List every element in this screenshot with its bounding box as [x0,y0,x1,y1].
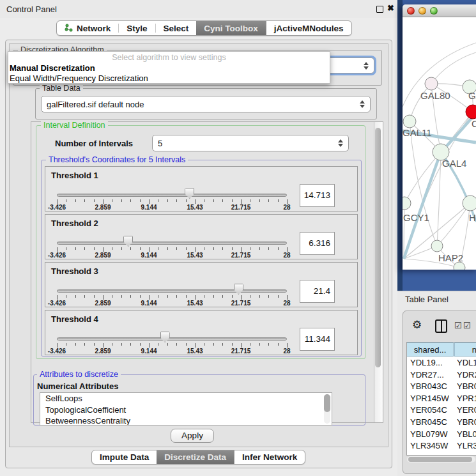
cell-name[interactable]: YBL0 [457,429,476,441]
thresholds-group-label: Threshold's Coordinates for 5 Intervals [46,155,188,164]
list-item[interactable]: SelfLoops [40,393,332,404]
threshold-panel-2: Threshold 2-3.4262.8599.14415.4321.71528… [45,214,358,259]
slider-tick [112,199,112,202]
cell-shared-name[interactable]: YPR145W [410,393,449,405]
column-header-shared-name[interactable]: shared... [406,342,454,357]
table-row[interactable]: YBR043CYBR0 [407,381,476,393]
table-row[interactable]: YDR27...YDR2 [407,369,476,381]
tab-infer-network[interactable]: Infer Network [234,450,305,464]
tab-select[interactable]: Select [156,21,197,35]
horizontal-scrollbar-track[interactable] [407,456,475,463]
checkbox-icon[interactable]: ☑ [463,321,471,330]
slider-track[interactable] [57,194,287,197]
slider-tick [213,199,214,202]
slider-handle[interactable] [160,332,170,342]
cell-shared-name[interactable]: YLR345W [410,440,448,452]
slider-tick [140,343,141,346]
tab-cyni-toolbox[interactable]: Cyni Toolbox [196,21,266,35]
cell-name[interactable]: YLR3 [457,440,476,452]
slider-handle[interactable] [123,236,133,247]
tab-discretize-data[interactable]: Discretize Data [157,450,234,464]
gear-icon[interactable]: ⚙ [412,318,422,332]
network-node-hap2[interactable] [431,240,443,252]
table-row[interactable]: YIL052CYIL0 [407,452,476,456]
combo-stepper-icon [357,100,367,108]
attributes-group-label: Attributes to discretize [37,370,121,379]
number-of-intervals-combobox[interactable]: 5 [152,135,349,151]
threshold-value-field[interactable]: 11.344 [300,328,335,351]
network-node-gal80[interactable] [425,77,438,90]
control-panel-title: Control Panel [6,4,57,14]
tab-impute-data[interactable]: Impute Data [92,450,157,464]
table-row[interactable]: YBR045CYBR0 [407,417,476,429]
number-of-intervals-label: Number of Intervals [55,139,133,148]
numerical-attributes-list[interactable]: SelfLoops TopologicalCoefficient Between… [40,392,332,426]
zoom-traffic-light-icon[interactable] [430,7,438,15]
network-node-c[interactable] [466,105,476,119]
network-canvas[interactable]: GAL80GACGAL11GAL4GCY1HHAP2 [403,17,476,270]
table-data-combobox[interactable]: galFiltered.sif default node [41,96,371,112]
slider-tick [186,199,187,202]
node-label: GAL11 [403,127,432,138]
cell-name[interactable]: YER0 [457,404,476,417]
slider-tick [213,343,214,346]
slider-tick [222,199,223,202]
slider-track[interactable] [57,289,287,293]
threshold-value-field[interactable]: 14.713 [300,184,335,207]
cell-shared-name[interactable]: YDR27... [410,369,444,381]
network-window-titlebar[interactable] [403,4,476,17]
slider-handle[interactable] [234,284,243,295]
cell-name[interactable]: YIL0 [457,452,474,456]
network-view-window[interactable]: GAL80GACGAL11GAL4GCY1HHAP2 [403,4,476,270]
popup-option-equal-width-frequency[interactable]: Equal Width/Frequency Discretization [8,73,330,84]
tab-network[interactable]: Network [57,21,118,35]
cell-name[interactable]: YPR1 [457,393,476,405]
checkbox-icon[interactable]: ☑ [454,321,462,330]
tab-style[interactable]: Style [119,21,155,35]
slider-tick-label: 9.144 [141,348,157,355]
slider-tick [250,247,250,250]
cell-name[interactable]: YBR0 [457,417,476,429]
tab-jactivemnodules[interactable]: jActiveMNodules [266,21,351,35]
close-traffic-light-icon[interactable] [407,7,415,15]
close-icon[interactable]: ✖ [387,3,394,13]
horizontal-scrollbar-thumb[interactable] [408,457,472,462]
node-table[interactable]: shared... na YDL19...YDL1YDR27...YDR2YBR… [406,342,476,456]
cell-shared-name[interactable]: YBR045C [410,417,447,429]
cell-name[interactable]: YDL1 [457,357,476,369]
cell-shared-name[interactable]: YIL052C [410,452,443,456]
float-window-icon[interactable] [376,6,383,13]
network-node-gal11[interactable] [403,115,416,128]
slider-track[interactable] [57,242,287,245]
cell-shared-name[interactable]: YBL079W [410,429,448,441]
apply-button[interactable]: Apply [171,429,214,443]
popup-option-manual-discretization[interactable]: Manual Discretization [8,63,330,73]
slider-handle[interactable] [185,188,194,199]
table-row[interactable]: YPR145WYPR1 [407,393,476,405]
vertical-scrollbar-thumb[interactable] [375,128,381,367]
slider-tick [241,199,242,204]
minimize-traffic-light-icon[interactable] [418,7,426,15]
split-view-icon[interactable] [435,319,447,333]
threshold-label: Threshold 3 [51,266,98,276]
table-row[interactable]: YLR345WYLR3 [407,440,476,452]
column-header-name[interactable]: na [454,342,476,357]
list-item[interactable]: BetweennessCentrality [40,415,332,426]
slider-track[interactable] [57,337,287,341]
table-row[interactable]: YBL079WYBL0 [407,429,476,441]
cell-shared-name[interactable]: YBR043C [410,381,447,393]
cell-shared-name[interactable]: YER054C [410,404,447,417]
cell-shared-name[interactable]: YDL19... [410,357,443,369]
table-row[interactable]: YDL19...YDL1 [407,357,476,369]
table-row[interactable]: YER054CYER0 [407,404,476,417]
slider-tick [167,199,168,202]
threshold-value-field[interactable]: 21.4 [300,280,335,303]
network-node-gcy1[interactable] [403,197,411,210]
list-scrollbar-thumb[interactable] [324,394,330,412]
cell-name[interactable]: YDR2 [457,369,476,381]
list-item[interactable]: TopologicalCoefficient [40,404,332,416]
network-node-h[interactable] [463,196,476,211]
threshold-value-field[interactable]: 6.316 [300,232,335,255]
cell-name[interactable]: YBR0 [457,381,476,393]
list-scrollbar-track[interactable] [324,394,330,424]
